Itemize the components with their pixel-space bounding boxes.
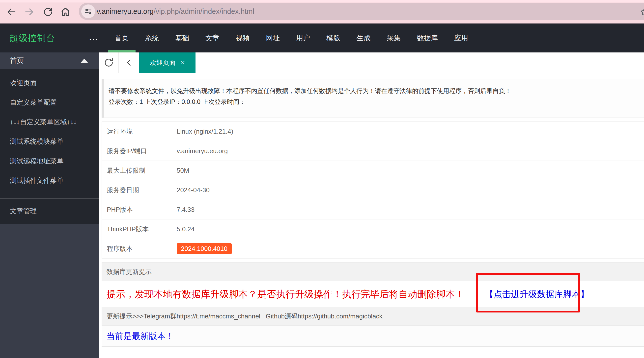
sidebar: 首页 欢迎页面 自定义菜单配置 ↓↓↓自定义菜单区域↓↓↓ 测试系统模块菜单 测… <box>0 52 99 358</box>
topnav-item-database[interactable]: 数据库 <box>409 23 446 52</box>
url-domain: v.animeryu.eu.org <box>97 7 154 15</box>
tab-refresh-icon[interactable] <box>99 52 119 73</box>
tab-welcome[interactable]: 欢迎页面 × <box>139 52 196 73</box>
sidebar-item-test-system-module[interactable]: 测试系统模块菜单 <box>0 132 99 152</box>
db-upgrade-warning-row: 提示，发现本地有数据库升级脚本？是否执行升级操作！执行完毕后将自动删除脚本！ 【… <box>102 281 644 307</box>
tab-welcome-label: 欢迎页面 <box>150 58 176 67</box>
browser-back-icon[interactable] <box>6 6 17 17</box>
app-logo: 超级控制台 <box>10 23 55 52</box>
system-notice: 请不要修改系统文件，以免升级出现故障！本程序不内置任何数据，添加任何数据均是个人… <box>102 79 644 118</box>
browser-home-icon[interactable] <box>60 6 71 17</box>
table-row: 最大上传限制 50M <box>102 161 644 180</box>
notice-line1: 请不要修改系统文件，以免升级出现故障！本程序不内置任何数据，添加任何数据均是个人… <box>108 85 639 96</box>
url-path: /vip.php/admin/index/index.html <box>154 7 254 15</box>
db-update-header: 数据库更新提示 <box>102 262 644 281</box>
browser-forward-icon[interactable] <box>24 6 35 17</box>
notice-line2: 登录次数：1 上次登录IP：0.0.0.0 上次登录时间： <box>108 96 639 107</box>
sidebar-home-children: 欢迎页面 自定义菜单配置 ↓↓↓自定义菜单区域↓↓↓ 测试系统模块菜单 测试远程… <box>0 69 99 224</box>
table-row: 服务器日期 2024-04-30 <box>102 180 644 200</box>
topnav-item-app[interactable]: 应用 <box>446 23 476 52</box>
row-value: 2024-04-30 <box>170 180 644 200</box>
url-bar[interactable]: v.animeryu.eu.org/vip.php/admin/index/in… <box>79 3 644 20</box>
row-label: PHP版本 <box>102 200 170 219</box>
collapse-caret-icon <box>80 59 88 63</box>
row-label: 程序版本 <box>102 239 170 259</box>
window-top-strip <box>0 0 644 2</box>
table-row: PHP版本 7.4.33 <box>102 200 644 219</box>
row-value: 7.4.33 <box>170 200 644 219</box>
row-label: 服务器日期 <box>102 180 170 200</box>
table-row: ThinkPHP版本 5.0.24 <box>102 219 644 239</box>
bookmark-icon[interactable] <box>640 7 644 16</box>
topnav-item-website[interactable]: 网址 <box>258 23 288 52</box>
table-row: 服务器IP/端口 v.animeryu.eu.org <box>102 141 644 161</box>
tab-scroll-left-icon[interactable] <box>119 52 139 73</box>
row-label: 最大上传限制 <box>102 161 170 180</box>
tab-close-icon[interactable]: × <box>181 59 185 66</box>
sidebar-section-home[interactable]: 首页 <box>0 52 99 69</box>
sidebar-item-custom-menu-config[interactable]: 自定义菜单配置 <box>0 93 99 112</box>
tab-toolbar: 欢迎页面 × <box>99 52 644 73</box>
topnav-item-home[interactable]: 首页 <box>106 23 137 52</box>
row-value: 5.0.24 <box>170 219 644 239</box>
table-row-version: 程序版本 2024.1000.4010 <box>102 239 644 259</box>
row-value: Linux (nginx/1.21.4) <box>170 122 644 141</box>
main-content: 欢迎页面 × 请不要修改系统文件，以免升级出现故障！本程序不内置任何数据，添加任… <box>99 52 644 358</box>
sidebar-section-home-label: 首页 <box>10 57 24 64</box>
topnav-item-basic[interactable]: 基础 <box>167 23 197 52</box>
row-value: 50M <box>170 161 644 180</box>
browser-reload-icon[interactable] <box>42 6 54 17</box>
topnav-item-generate[interactable]: 生成 <box>348 23 378 52</box>
topnav-item-system[interactable]: 系统 <box>137 23 167 52</box>
row-label: ThinkPHP版本 <box>102 219 170 239</box>
sidebar-item-custom-menu-area[interactable]: ↓↓↓自定义菜单区域↓↓↓ <box>0 112 99 132</box>
top-menu: 首页 系统 基础 文章 视频 网址 用户 模版 生成 采集 数据库 应用 <box>106 23 476 52</box>
site-info-icon[interactable] <box>81 4 95 18</box>
sidebar-section-article[interactable]: 文章管理 <box>0 198 99 224</box>
topnav-item-collect[interactable]: 采集 <box>378 23 409 52</box>
url-text: v.animeryu.eu.org/vip.php/admin/index/in… <box>97 3 254 20</box>
nav-more-icon[interactable]: ... <box>89 23 98 51</box>
update-hint-line: 更新提示>>>Telegram群https://t.me/maccms_chan… <box>102 307 644 326</box>
row-label: 运行环境 <box>102 122 170 141</box>
row-value: v.animeryu.eu.org <box>170 141 644 161</box>
sidebar-item-test-plugin-file[interactable]: 测试插件文件菜单 <box>0 171 99 190</box>
server-info-table: 运行环境 Linux (nginx/1.21.4) 服务器IP/端口 v.ani… <box>102 122 644 259</box>
latest-version-text: 当前是最新版本！ <box>102 326 644 347</box>
topnav-item-template[interactable]: 模版 <box>318 23 348 52</box>
db-upgrade-warning-text: 提示，发现本地有数据库升级脚本？是否执行升级操作！执行完毕后将自动删除脚本！ <box>106 289 464 299</box>
row-label: 服务器IP/端口 <box>102 141 170 161</box>
topnav-item-video[interactable]: 视频 <box>228 23 258 52</box>
topnav-item-user[interactable]: 用户 <box>288 23 318 52</box>
browser-chrome: v.animeryu.eu.org/vip.php/admin/index/in… <box>0 0 644 23</box>
top-navbar: 超级控制台 ... 首页 系统 基础 文章 视频 网址 用户 模版 生成 采集 … <box>0 23 644 52</box>
version-badge: 2024.1000.4010 <box>177 243 232 254</box>
sidebar-item-test-remote-address[interactable]: 测试远程地址菜单 <box>0 152 99 171</box>
db-upgrade-link[interactable]: 【点击进升级数据库脚本】 <box>485 281 589 307</box>
topnav-item-article[interactable]: 文章 <box>197 23 228 52</box>
sidebar-item-welcome[interactable]: 欢迎页面 <box>0 73 99 93</box>
table-row: 运行环境 Linux (nginx/1.21.4) <box>102 122 644 141</box>
